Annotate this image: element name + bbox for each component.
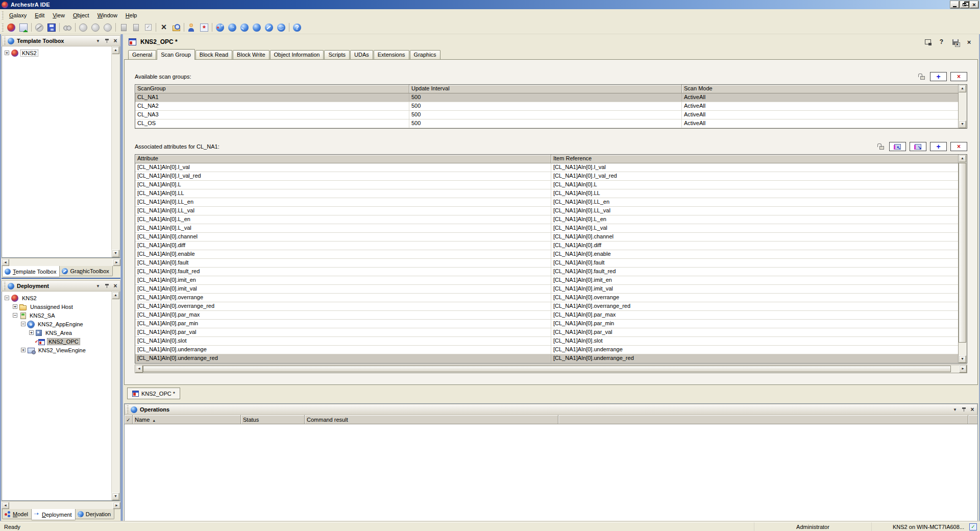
- attribute-row[interactable]: [CL_NA1]AIn[0].fault [CL_NA1]AIn[0].faul…: [135, 259, 958, 268]
- panel-menu-button[interactable]: ▼: [951, 406, 959, 414]
- tab-graphictoolbox[interactable]: GraphicToolbox: [59, 266, 112, 276]
- tab-scripts[interactable]: Scripts: [324, 50, 350, 59]
- tab-template-toolbox[interactable]: Template Toolbox: [2, 266, 60, 277]
- undo-checkout-button[interactable]: [102, 22, 114, 33]
- attribute-row[interactable]: [CL_NA1]AIn[0].par_min [CL_NA1]AIn[0].pa…: [135, 320, 958, 328]
- attribute-row[interactable]: [CL_NA1]AIn[0].LL [CL_NA1]AIn[0].LL: [135, 189, 958, 198]
- column-header-attribute[interactable]: Attribute: [135, 155, 551, 163]
- tree-expander-icon[interactable]: +: [13, 304, 17, 309]
- lock-object-button[interactable]: [923, 38, 933, 46]
- panel-close-button[interactable]: ×: [968, 406, 976, 414]
- panel-menu-button[interactable]: ▼: [94, 282, 102, 290]
- menu-view[interactable]: View: [48, 10, 69, 20]
- delete-scan-group-button[interactable]: ×: [950, 72, 967, 81]
- attribute-row[interactable]: [CL_NA1]AIn[0].underrange [CL_NA1]AIn[0]…: [135, 346, 958, 354]
- checkin-button[interactable]: [77, 22, 89, 33]
- close-document-button[interactable]: ×: [964, 38, 974, 46]
- attributes-hscrollbar[interactable]: [135, 365, 967, 373]
- tab-extensions[interactable]: Extensions: [374, 50, 409, 59]
- validate-button[interactable]: [142, 22, 154, 33]
- scroll-up-button[interactable]: [112, 46, 119, 54]
- attribute-row[interactable]: [CL_NA1]AIn[0].underrange_red [CL_NA1]AI…: [135, 354, 958, 363]
- attribute-row[interactable]: [CL_NA1]AIn[0].fault_red [CL_NA1]AIn[0].…: [135, 268, 958, 276]
- import-attributes-button[interactable]: [889, 142, 906, 151]
- tree-item-kns2-viewengine[interactable]: + ✔ KNS2_ViewEngine: [3, 346, 110, 354]
- delete-attribute-button[interactable]: ×: [950, 142, 967, 151]
- vertical-scrollbar[interactable]: [111, 292, 120, 500]
- edit-disabled-button[interactable]: [33, 22, 45, 33]
- tab-kns2-opc[interactable]: KNS2_OPC *: [127, 388, 180, 399]
- attribute-row[interactable]: [CL_NA1]AIn[0].par_val [CL_NA1]AIn[0].pa…: [135, 328, 958, 337]
- tree-item-kns2-sa[interactable]: − ✔ KNS2_SA: [3, 311, 110, 320]
- tree-item-kns2-opc[interactable]: ✔ KNS2_OPC: [3, 337, 110, 346]
- add-scan-group-button[interactable]: +: [930, 72, 947, 81]
- scroll-down-button[interactable]: [959, 355, 966, 363]
- column-header-update-interval[interactable]: Update Interval: [409, 85, 682, 93]
- tree-expander-icon[interactable]: +: [29, 330, 34, 335]
- scan-group-row[interactable]: CL_NA2 500 ActiveAll: [135, 102, 958, 111]
- add-attribute-button[interactable]: +: [930, 142, 947, 151]
- column-header-command-result[interactable]: Command result: [305, 415, 558, 424]
- menu-help[interactable]: Help: [121, 10, 141, 20]
- browse-galaxy-button[interactable]: [170, 22, 182, 33]
- tree-expander-icon[interactable]: −: [21, 322, 26, 326]
- tree-expander-icon[interactable]: +: [21, 348, 26, 352]
- tab-block-read[interactable]: Block Read: [195, 50, 232, 59]
- horizontal-scrollbar[interactable]: [2, 258, 120, 266]
- attribute-row[interactable]: [CL_NA1]AIn[0].L_val [CL_NA1]AIn[0].L_va…: [135, 224, 958, 233]
- scroll-thumb[interactable]: [143, 366, 951, 372]
- attribute-row[interactable]: [CL_NA1]AIn[0].LL_en [CL_NA1]AIn[0].LL_e…: [135, 198, 958, 207]
- panel-pin-button[interactable]: [103, 37, 111, 45]
- save-close-button[interactable]: [950, 38, 960, 46]
- delete-button[interactable]: [158, 22, 170, 33]
- derivation-view-button[interactable]: [238, 22, 251, 33]
- menu-object[interactable]: Object: [69, 10, 93, 20]
- scroll-up-button[interactable]: [959, 155, 966, 162]
- template-toolbox-view-button[interactable]: [251, 22, 263, 33]
- scan-group-row[interactable]: CL_OS 500 ActiveAll: [135, 119, 958, 128]
- deploy-button[interactable]: [117, 22, 130, 33]
- tree-item-kns2-appengine[interactable]: − ✔ KNS2_AppEngine: [3, 320, 110, 328]
- export-attributes-button[interactable]: [910, 142, 926, 151]
- tab-model[interactable]: Model: [2, 509, 32, 519]
- graphic-view-button[interactable]: [263, 22, 275, 33]
- tree-expander-icon[interactable]: −: [13, 313, 17, 318]
- scroll-left-button[interactable]: [135, 365, 143, 373]
- minimize-button[interactable]: [950, 1, 959, 8]
- scroll-up-button[interactable]: [959, 85, 966, 92]
- panel-pin-button[interactable]: [960, 406, 968, 414]
- security-button[interactable]: [186, 22, 198, 33]
- attribute-row[interactable]: [CL_NA1]AIn[0].slot [CL_NA1]AIn[0].slot: [135, 337, 958, 346]
- attribute-row[interactable]: [CL_NA1]AIn[0].imit_en [CL_NA1]AIn[0].im…: [135, 276, 958, 285]
- tab-derivation[interactable]: Derivation: [75, 509, 115, 519]
- deployment-view-button[interactable]: [226, 22, 238, 33]
- menu-window[interactable]: Window: [93, 10, 121, 20]
- panel-pin-button[interactable]: [103, 282, 111, 290]
- model-view-button[interactable]: [214, 22, 226, 33]
- scroll-right-button[interactable]: [113, 259, 120, 266]
- tab-block-write[interactable]: Block Write: [233, 50, 269, 59]
- vertical-scrollbar[interactable]: [111, 46, 120, 257]
- help-button[interactable]: ?: [937, 38, 946, 46]
- platform-manager-button[interactable]: [198, 22, 210, 33]
- find-button[interactable]: [61, 22, 74, 33]
- tree-item-unassigned-host[interactable]: + ✔ Unassigned Host: [3, 302, 110, 311]
- attribute-row[interactable]: [CL_NA1]AIn[0].overrange [CL_NA1]AIn[0].…: [135, 294, 958, 302]
- scroll-down-button[interactable]: [959, 120, 966, 128]
- horizontal-scrollbar[interactable]: [2, 501, 120, 509]
- scroll-down-button[interactable]: [112, 493, 119, 500]
- scroll-thumb[interactable]: [959, 163, 966, 343]
- tree-item-kns2[interactable]: − ✔ KNS2: [3, 294, 110, 302]
- close-button[interactable]: ×: [970, 1, 978, 8]
- attribute-row[interactable]: [CL_NA1]AIn[0].L_en [CL_NA1]AIn[0].L_en: [135, 215, 958, 224]
- scan-group-row[interactable]: CL_NA3 500 ActiveAll: [135, 111, 958, 119]
- attribute-row[interactable]: [CL_NA1]AIn[0].par_max [CL_NA1]AIn[0].pa…: [135, 311, 958, 320]
- attribute-row[interactable]: [CL_NA1]AIn[0].I_val [CL_NA1]AIn[0].I_va…: [135, 163, 958, 172]
- new-galaxy-button[interactable]: [5, 22, 17, 33]
- help-button[interactable]: [291, 22, 303, 33]
- checkout-button[interactable]: [89, 22, 102, 33]
- menu-galaxy[interactable]: Galaxy: [5, 10, 31, 20]
- tab-udas[interactable]: UDAs: [350, 50, 373, 59]
- tree-item-kns2[interactable]: + ✔ KNS2: [3, 49, 110, 57]
- scroll-left-button[interactable]: [2, 502, 9, 509]
